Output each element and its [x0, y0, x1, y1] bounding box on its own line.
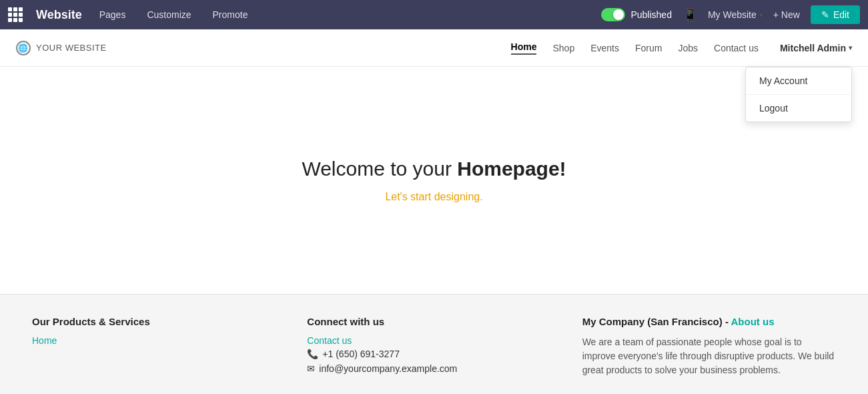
- site-nav-links: Home Shop Events Forum Jobs Contact us M…: [511, 41, 852, 55]
- user-menu-arrow: ▾: [849, 44, 852, 51]
- admin-bar-left: Website Pages Customize Promote: [8, 7, 601, 23]
- user-menu-label: Mitchell Admin: [780, 43, 846, 53]
- new-button[interactable]: + New: [773, 9, 800, 20]
- grid-menu-icon[interactable]: [8, 7, 23, 22]
- footer-phone: 📞 +1 (650) 691-3277: [307, 349, 560, 359]
- footer-col1-link-home[interactable]: Home: [32, 335, 286, 346]
- user-dropdown-menu: My Account Logout: [745, 67, 852, 122]
- footer-col-2: Connect with us Contact us 📞 +1 (650) 69…: [307, 316, 560, 378]
- dropdown-logout[interactable]: Logout: [746, 95, 851, 122]
- nav-link-home[interactable]: Home: [511, 41, 537, 55]
- footer-col2-title: Connect with us: [307, 316, 560, 327]
- user-menu-button[interactable]: Mitchell Admin ▾: [780, 43, 852, 53]
- site-logo-text: YOUR WEBSITE: [36, 43, 107, 53]
- hero-title: Welcome to your Homepage!: [302, 158, 566, 180]
- footer-email: ✉ info@yourcompany.example.com: [307, 363, 560, 374]
- footer-company-title: My Company (San Francisco) - About us: [582, 316, 836, 327]
- my-website-arrow: ▾: [759, 11, 763, 19]
- email-address: info@yourcompany.example.com: [319, 363, 457, 374]
- footer-col-1: Our Products & Services Home: [32, 316, 286, 378]
- footer-col1-title: Our Products & Services: [32, 316, 286, 327]
- footer: Our Products & Services Home Connect wit…: [0, 294, 868, 394]
- admin-brand: Website: [36, 8, 82, 22]
- footer-about-link[interactable]: About us: [731, 316, 774, 327]
- edit-pencil-icon: ✎: [821, 9, 829, 20]
- footer-company-desc: We are a team of passionate people whose…: [582, 335, 836, 377]
- edit-button[interactable]: ✎ Edit: [811, 5, 860, 24]
- nav-link-contact[interactable]: Contact us: [714, 43, 759, 53]
- nav-link-jobs[interactable]: Jobs: [678, 43, 698, 53]
- footer-contact-link[interactable]: Contact us: [307, 335, 560, 346]
- my-website-button[interactable]: My Website ▾: [708, 9, 763, 20]
- nav-link-forum[interactable]: Forum: [635, 43, 662, 53]
- published-toggle[interactable]: Published: [601, 8, 672, 21]
- admin-nav-promote[interactable]: Promote: [209, 7, 252, 23]
- site-logo: 🌐 YOUR WEBSITE: [16, 41, 107, 55]
- mobile-preview-icon[interactable]: 📱: [683, 7, 697, 22]
- admin-nav-pages[interactable]: Pages: [95, 7, 130, 23]
- footer-col-3: My Company (San Francisco) - About us We…: [582, 316, 836, 378]
- admin-nav-customize[interactable]: Customize: [143, 7, 195, 23]
- main-content: Welcome to your Homepage! Let's start de…: [0, 67, 868, 294]
- nav-link-shop[interactable]: Shop: [552, 43, 574, 53]
- edit-label: Edit: [833, 9, 849, 20]
- hero-title-bold: Homepage!: [457, 158, 566, 180]
- admin-bar: Website Pages Customize Promote Publishe…: [0, 0, 868, 29]
- admin-bar-right: Published 📱 My Website ▾ + New ✎ Edit: [601, 5, 860, 24]
- phone-number: +1 (650) 691-3277: [322, 349, 400, 359]
- site-nav: 🌐 YOUR WEBSITE Home Shop Events Forum Jo…: [0, 29, 868, 67]
- dropdown-my-account[interactable]: My Account: [746, 67, 851, 95]
- nav-link-events[interactable]: Events: [590, 43, 619, 53]
- globe-icon: 🌐: [16, 41, 31, 55]
- email-icon: ✉: [307, 363, 315, 374]
- hero-title-prefix: Welcome to your: [302, 158, 457, 180]
- toggle-switch[interactable]: [601, 8, 625, 21]
- phone-icon: 📞: [307, 349, 318, 359]
- hero-subtitle: Let's start designing.: [385, 191, 482, 203]
- published-label: Published: [630, 9, 672, 20]
